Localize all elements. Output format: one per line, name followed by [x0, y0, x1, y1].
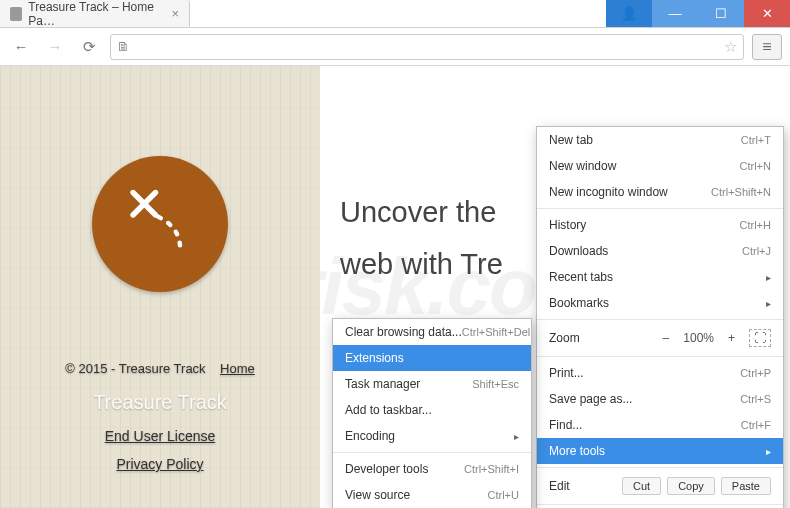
- browser-toolbar: ← → ⟳ 🗎 ☆ ≡: [0, 28, 790, 66]
- submenu-devtools[interactable]: Developer toolsCtrl+Shift+I: [333, 456, 531, 482]
- menu-new-window[interactable]: New windowCtrl+N: [537, 153, 783, 179]
- browser-tab[interactable]: Treasure Track – Home Pa… ×: [0, 0, 190, 27]
- fullscreen-icon[interactable]: ⛶: [749, 329, 771, 347]
- minimize-button[interactable]: —: [652, 0, 698, 27]
- home-link[interactable]: Home: [220, 361, 255, 376]
- menu-new-tab[interactable]: New tabCtrl+T: [537, 127, 783, 153]
- logo-circle: [92, 156, 228, 292]
- menu-downloads[interactable]: DownloadsCtrl+J: [537, 238, 783, 264]
- menu-new-incognito[interactable]: New incognito windowCtrl+Shift+N: [537, 179, 783, 205]
- menu-recent-tabs[interactable]: Recent tabs▸: [537, 264, 783, 290]
- x-mark-icon: [115, 179, 205, 269]
- copy-button[interactable]: Copy: [667, 477, 715, 495]
- privacy-link[interactable]: Privacy Policy: [116, 456, 203, 472]
- address-bar[interactable]: 🗎 ☆: [110, 34, 744, 60]
- submenu-extensions[interactable]: Extensions: [333, 345, 531, 371]
- bookmark-star-icon[interactable]: ☆: [724, 38, 737, 56]
- chrome-menu-button[interactable]: ≡: [752, 34, 782, 60]
- forward-button[interactable]: →: [42, 34, 68, 60]
- eula-link[interactable]: End User License: [105, 428, 216, 444]
- paste-button[interactable]: Paste: [721, 477, 771, 495]
- page-headline: Uncover the web with Tre: [340, 186, 503, 290]
- zoom-out-button[interactable]: –: [663, 331, 670, 345]
- menu-zoom: Zoom – 100% + ⛶: [537, 323, 783, 353]
- submenu-clear-data[interactable]: Clear browsing data...Ctrl+Shift+Del: [333, 319, 531, 345]
- zoom-in-button[interactable]: +: [728, 331, 735, 345]
- left-panel: © 2015 - Treasure Track Home Treasure Tr…: [0, 66, 320, 508]
- tab-close-icon[interactable]: ×: [171, 6, 179, 21]
- tab-favicon: [10, 7, 22, 21]
- page-content: PCrisk.com © 2015 - Treasure Track Home …: [0, 66, 790, 508]
- cut-button[interactable]: Cut: [622, 477, 661, 495]
- zoom-level: 100%: [683, 331, 714, 345]
- submenu-add-taskbar[interactable]: Add to taskbar...: [333, 397, 531, 423]
- chevron-right-icon: ▸: [766, 446, 771, 457]
- footer-links: © 2015 - Treasure Track Home Treasure Tr…: [0, 356, 320, 478]
- menu-edit: Edit Cut Copy Paste: [537, 471, 783, 501]
- chrome-main-menu: New tabCtrl+T New windowCtrl+N New incog…: [536, 126, 784, 508]
- close-button[interactable]: ✕: [744, 0, 790, 27]
- chevron-right-icon: ▸: [766, 298, 771, 309]
- menu-more-tools[interactable]: More tools▸: [537, 438, 783, 464]
- chevron-right-icon: ▸: [766, 272, 771, 283]
- menu-print[interactable]: Print...Ctrl+P: [537, 360, 783, 386]
- submenu-encoding[interactable]: Encoding▸: [333, 423, 531, 449]
- menu-find[interactable]: Find...Ctrl+F: [537, 412, 783, 438]
- back-button[interactable]: ←: [8, 34, 34, 60]
- menu-save-as[interactable]: Save page as...Ctrl+S: [537, 386, 783, 412]
- copyright-text: © 2015 - Treasure Track: [65, 361, 205, 376]
- titlebar: Treasure Track – Home Pa… × 👤 — ☐ ✕: [0, 0, 790, 28]
- chevron-right-icon: ▸: [514, 431, 519, 442]
- submenu-task-manager[interactable]: Task managerShift+Esc: [333, 371, 531, 397]
- menu-history[interactable]: HistoryCtrl+H: [537, 212, 783, 238]
- maximize-button[interactable]: ☐: [698, 0, 744, 27]
- reload-button[interactable]: ⟳: [76, 34, 102, 60]
- tab-title: Treasure Track – Home Pa…: [28, 0, 165, 28]
- page-icon: 🗎: [117, 39, 130, 54]
- menu-bookmarks[interactable]: Bookmarks▸: [537, 290, 783, 316]
- submenu-view-source[interactable]: View sourceCtrl+U: [333, 482, 531, 508]
- user-icon[interactable]: 👤: [606, 0, 652, 27]
- more-tools-submenu: Clear browsing data...Ctrl+Shift+Del Ext…: [332, 318, 532, 508]
- window-controls: 👤 — ☐ ✕: [606, 0, 790, 27]
